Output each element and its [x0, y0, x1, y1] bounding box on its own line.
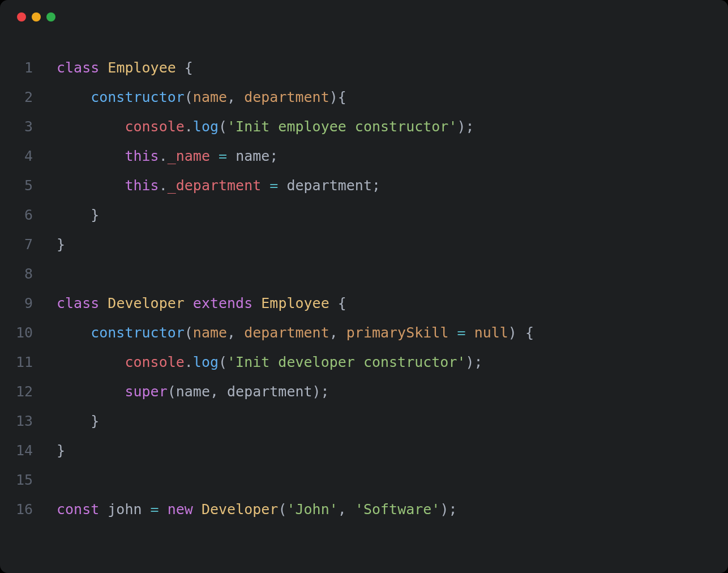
token-prm: department — [244, 324, 329, 341]
code-line[interactable]: 13 } — [0, 407, 728, 436]
line-number: 6 — [0, 200, 57, 230]
code-content[interactable]: constructor(name, department){ — [57, 83, 728, 112]
close-icon[interactable] — [17, 12, 26, 22]
token-pln — [466, 324, 474, 341]
token-prm: name — [193, 89, 227, 105]
code-content[interactable]: } — [57, 407, 728, 436]
code-content[interactable] — [57, 259, 728, 289]
code-content[interactable]: console.log('Init developer constructor'… — [57, 348, 728, 377]
code-content[interactable]: super(name, department); — [57, 377, 728, 407]
token-op: = — [269, 177, 278, 194]
token-pln: name; — [227, 148, 278, 164]
code-line[interactable]: 7} — [0, 230, 728, 259]
code-line[interactable]: 14} — [0, 436, 728, 465]
code-content[interactable]: class Employee { — [57, 53, 728, 83]
line-number: 7 — [0, 230, 57, 259]
token-pln — [261, 177, 269, 194]
code-content[interactable]: this._name = name; — [57, 142, 728, 171]
token-fn: constructor — [91, 89, 185, 105]
token-prm: name — [193, 324, 227, 341]
code-line[interactable]: 9class Developer extends Employee { — [0, 289, 728, 318]
token-pln — [193, 501, 202, 518]
code-line[interactable]: 4 this._name = name; — [0, 142, 728, 171]
line-number: 9 — [0, 289, 57, 318]
token-prm: department — [244, 89, 329, 105]
token-obj: console — [125, 118, 184, 135]
token-kw: new — [168, 501, 193, 518]
token-str: 'Init developer constructor' — [227, 354, 465, 370]
code-content[interactable]: constructor(name, department, primarySki… — [57, 318, 728, 348]
code-content[interactable]: } — [57, 436, 728, 465]
token-kw: class — [57, 295, 99, 311]
token-pln: , — [227, 89, 244, 105]
token-pln: ){ — [329, 89, 346, 105]
token-str: 'Init employee constructor' — [227, 118, 457, 135]
token-pln: } — [57, 442, 65, 459]
code-content[interactable]: } — [57, 200, 728, 230]
token-pln: , — [329, 324, 346, 341]
code-line[interactable]: 10 constructor(name, department, primary… — [0, 318, 728, 348]
token-pln: ); — [440, 501, 457, 518]
code-content[interactable]: const john = new Developer('John', 'Soft… — [57, 495, 728, 524]
line-number: 5 — [0, 171, 57, 200]
token-obj: _department — [168, 177, 262, 194]
code-line[interactable]: 16const john = new Developer('John', 'So… — [0, 495, 728, 524]
token-fn: log — [193, 118, 219, 135]
token-pln: { — [329, 295, 346, 311]
token-cls: Developer — [202, 501, 278, 518]
code-content[interactable]: this._department = department; — [57, 171, 728, 200]
code-line[interactable]: 8 — [0, 259, 728, 289]
token-kw: class — [57, 59, 99, 76]
maximize-icon[interactable] — [46, 12, 55, 22]
line-number: 15 — [0, 465, 57, 495]
code-line[interactable]: 15 — [0, 465, 728, 495]
token-pln: ( — [185, 324, 193, 341]
line-number: 2 — [0, 83, 57, 112]
line-number: 16 — [0, 495, 57, 524]
code-content[interactable] — [57, 465, 728, 495]
token-pln: ( — [185, 89, 193, 105]
token-pln: ); — [457, 118, 474, 135]
code-content[interactable]: class Developer extends Employee { — [57, 289, 728, 318]
token-pln: , — [227, 324, 244, 341]
token-pln: . — [185, 118, 193, 135]
code-line[interactable]: 6 } — [0, 200, 728, 230]
code-content[interactable]: console.log('Init employee constructor')… — [57, 112, 728, 142]
line-number: 13 — [0, 407, 57, 436]
token-obj: console — [125, 354, 184, 370]
token-pln: (name, department); — [168, 383, 329, 400]
token-pln: ( — [219, 118, 227, 135]
code-line[interactable]: 5 this._department = department; — [0, 171, 728, 200]
line-number: 4 — [0, 142, 57, 171]
token-str: 'Software' — [355, 501, 440, 518]
code-line[interactable]: 1class Employee { — [0, 53, 728, 83]
token-prm: primarySkill — [346, 324, 449, 341]
token-pln: } — [91, 413, 99, 429]
code-line[interactable]: 2 constructor(name, department){ — [0, 83, 728, 112]
line-number: 1 — [0, 53, 57, 83]
code-content[interactable]: } — [57, 230, 728, 259]
code-editor[interactable]: 1class Employee {2 constructor(name, dep… — [0, 22, 728, 524]
token-pln: , — [338, 501, 355, 518]
line-number: 12 — [0, 377, 57, 407]
code-line[interactable]: 12 super(name, department); — [0, 377, 728, 407]
token-cls: Employee — [108, 59, 175, 76]
token-fn: constructor — [91, 324, 185, 341]
token-pln: { — [176, 59, 193, 76]
token-kw: super — [125, 383, 167, 400]
minimize-icon[interactable] — [32, 12, 41, 22]
code-window: 1class Employee {2 constructor(name, dep… — [0, 0, 728, 573]
token-pln: } — [57, 236, 65, 253]
line-number: 11 — [0, 348, 57, 377]
token-prm: null — [474, 324, 508, 341]
token-kw: this — [125, 148, 159, 164]
token-pln: ( — [219, 354, 227, 370]
token-obj: _name — [168, 148, 210, 164]
token-kw: this — [125, 177, 159, 194]
code-line[interactable]: 3 console.log('Init employee constructor… — [0, 112, 728, 142]
token-op: = — [457, 324, 466, 341]
token-pln — [99, 295, 108, 311]
token-kw: extends — [193, 295, 252, 311]
token-pln: ); — [466, 354, 483, 370]
code-line[interactable]: 11 console.log('Init developer construct… — [0, 348, 728, 377]
